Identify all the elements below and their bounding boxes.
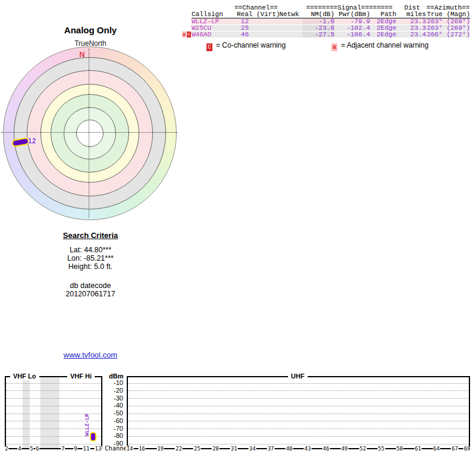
group-header-channel: ==Channel== [234, 5, 276, 11]
channel-tick: 31 [230, 446, 238, 452]
cell-nm: -1.0 [302, 18, 334, 24]
dbm-tick: -60 [104, 418, 123, 424]
signal-table: ==Channel== ========Signal======== Dist … [192, 5, 470, 18]
radar-crosshair-vertical [89, 49, 89, 218]
channel-tick: 69 [464, 446, 471, 452]
channel-tick: 22 [175, 446, 183, 452]
cell-real: 12 [234, 18, 249, 24]
group-header-azimuth: ==Azimuth== [426, 5, 470, 11]
col-header-nm: NM(dB) [302, 11, 334, 18]
radar-station-marker-label: 12 [28, 137, 36, 145]
warning-flags: aC [182, 32, 191, 37]
vhf-hi-label: VHF Hi [67, 372, 95, 380]
gridline [128, 383, 469, 384]
cell-pwr: -79.9 [334, 18, 370, 24]
cell-pwr: -106.4 [334, 32, 370, 37]
channel-tick: 5 [29, 446, 33, 452]
radar-ring-center [76, 120, 104, 147]
channel-tick: 14 [126, 446, 134, 452]
cell-miles: 23.3 [396, 18, 426, 24]
channel-tick: 2 [4, 446, 8, 452]
channel-tick: 6 [35, 446, 39, 452]
channel-tick: 11 [83, 446, 90, 452]
cell-netwk [276, 32, 302, 37]
gridline [128, 406, 469, 406]
channel-tick: 25 [193, 446, 201, 452]
channel-tick: 46 [322, 446, 330, 452]
gridline [6, 444, 101, 445]
channel-tick: 19 [156, 446, 164, 452]
dbm-tick: -40 [104, 402, 123, 409]
col-header-miles: miles [396, 11, 426, 18]
channel-tick: 67 [451, 446, 459, 452]
channel-tick: 58 [396, 446, 403, 452]
channel-tick: 37 [267, 446, 275, 452]
col-header-azimuth: True (Magn) [426, 11, 470, 18]
db-datecode-label: db datecode [16, 281, 165, 290]
cell-netwk [276, 25, 302, 31]
channel-tick: 4 [17, 446, 21, 452]
dbm-tick: -70 [104, 425, 123, 432]
cell-path: 2Edge [370, 25, 396, 31]
uhf-panel [127, 376, 470, 449]
cell-virt [249, 25, 276, 31]
criteria-longitude: Lon: -85.21*** [16, 254, 165, 262]
gridline [6, 390, 101, 391]
table-rows: WLLZ-LP12-1.0-79.92Edge23.3263° (269°)W2… [192, 18, 470, 38]
spectrum-station-marker-label: WLLZ-LP [84, 414, 91, 436]
cell-path: 2Edge [370, 18, 396, 24]
channel-tick: 34 [249, 446, 256, 452]
gridline [6, 406, 101, 406]
cell-az: 263° (269°) [426, 25, 470, 31]
uhf-label: UHF [288, 372, 308, 380]
legend-adjacent-channel: a= Adjacent channel warning [331, 41, 428, 51]
db-datecode-value: 201207061717 [16, 290, 165, 298]
channel-tick: 64 [433, 446, 440, 452]
station-row: W25CU25-23.6-102.42Edge23.3263° (269°) [192, 25, 470, 31]
cell-netwk [276, 18, 302, 24]
cell-callsign: W46AD [192, 32, 234, 37]
cell-path: 2Edge [370, 32, 396, 37]
table-group-header-row: ==Channel== ========Signal======== Dist … [192, 5, 470, 11]
tvfool-report-page: Analog Only TrueNorth N 12 ==Channel== =… [0, 0, 476, 457]
criteria-latitude: Lat: 44.80*** [16, 246, 165, 254]
criteria-height: Height: 5.0 ft. [16, 262, 165, 271]
search-criteria-title: Search Criteria [16, 231, 165, 240]
channel-tick: 49 [340, 446, 348, 452]
radar-crosshair-horizontal [1, 132, 177, 133]
gridline [128, 421, 469, 421]
col-header-callsign: Callsign [192, 11, 234, 18]
adjacent-channel-warning-icon: a [182, 32, 186, 37]
dbm-tick: -20 [104, 387, 123, 394]
cell-miles: 23.3 [396, 25, 426, 31]
channel-tick: 61 [414, 446, 422, 452]
col-header-netwk: Netwk [276, 11, 302, 18]
channel-tick: 16 [138, 446, 146, 452]
cell-callsign: WLLZ-LP [192, 18, 234, 24]
group-header-dist: Dist [370, 5, 426, 11]
vhf-panel [5, 376, 102, 449]
legend-adj-text: = Adjacent channel warning [341, 41, 428, 49]
legend-co-channel: C= Co-channel warning [206, 41, 286, 51]
cell-virt [249, 32, 276, 37]
channel-tick: 55 [377, 446, 385, 452]
gridline [128, 444, 469, 445]
cell-nm: -23.6 [302, 25, 334, 31]
channel-tick: 13 [95, 446, 102, 452]
tvfool-link[interactable]: www.tvfool.com [64, 350, 117, 359]
col-header-path: Path [370, 11, 396, 18]
cell-az: 263° (269°) [426, 18, 470, 24]
channel-tick: 52 [359, 446, 367, 452]
gridline [128, 428, 469, 429]
gridline [128, 390, 469, 391]
cell-pwr: -102.4 [334, 25, 370, 31]
vhf-lo-label: VHF Lo [10, 372, 39, 380]
col-header-pwr: Pwr(dBm) [334, 11, 370, 18]
channel-tick: 28 [212, 446, 220, 452]
gridline [6, 398, 101, 399]
co-channel-warning-icon: C [187, 32, 191, 37]
channel-tick: 40 [286, 446, 293, 452]
dbm-tick: -30 [104, 395, 123, 402]
north-marker: N [77, 50, 87, 59]
channel-tick: 7 [61, 446, 65, 452]
